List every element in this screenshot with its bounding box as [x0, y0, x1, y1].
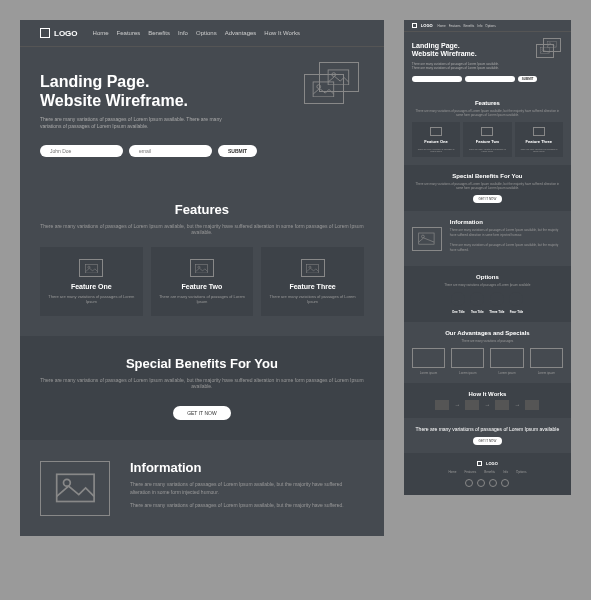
hero: Landing Page.Website Wireframe. There ar…: [20, 47, 384, 182]
cta-button[interactable]: GET IT NOW: [473, 437, 503, 445]
image-placeholder-icon: [412, 227, 442, 251]
footer-logo[interactable]: LOGO: [412, 461, 563, 466]
cta-section: There are many variations of passages of…: [404, 418, 571, 453]
logo[interactable]: LOGO: [412, 23, 433, 28]
arrow-icon: →: [454, 402, 460, 408]
nav-features[interactable]: Features: [117, 30, 141, 36]
features-section: Features There are many variations of pa…: [20, 182, 384, 336]
advantages-section: Our Advantages and Specials There are ma…: [404, 322, 571, 383]
info-paragraph: There are many variations of passages of…: [130, 481, 364, 496]
image-placeholder-icon: [412, 348, 445, 368]
submit-button[interactable]: SUBMIT: [518, 76, 538, 82]
cta-button[interactable]: GET IT NOW: [473, 195, 503, 203]
name-input[interactable]: [412, 76, 462, 82]
step-box: [435, 400, 449, 410]
image-placeholder-icon: [190, 259, 214, 277]
how-it-works-section: How It Works → → →: [404, 383, 571, 418]
feature-card[interactable]: Feature One There are many variations of…: [40, 247, 143, 316]
svg-point-15: [542, 49, 544, 51]
svg-point-3: [317, 84, 321, 88]
social-icons: [412, 479, 563, 487]
submit-button[interactable]: SUBMIT: [218, 145, 257, 157]
information-section: Information There are many variations of…: [20, 440, 384, 536]
circle-icon: [509, 292, 523, 306]
svg-rect-14: [541, 48, 550, 54]
social-icon[interactable]: [465, 479, 473, 487]
navbar: LOGO Home Features Benefits Info Options…: [20, 20, 384, 47]
nav-info[interactable]: Info: [178, 30, 188, 36]
image-placeholder-icon: [430, 127, 442, 136]
option-item[interactable]: One Title: [451, 292, 465, 314]
circle-icon: [470, 292, 484, 306]
feature-card[interactable]: Feature Three There are many variations …: [261, 247, 364, 316]
advantage-item: Lorem ipsum: [412, 348, 445, 375]
image-placeholder-icon: [451, 348, 484, 368]
information-section: InformationThere are many variations of …: [404, 211, 571, 266]
benefits-section: Special Benefits For You There are many …: [404, 165, 571, 211]
options-section: Options There are many variations of pas…: [404, 266, 571, 322]
email-input[interactable]: [129, 145, 212, 157]
feature-title: Feature One: [48, 283, 135, 290]
svg-rect-6: [196, 264, 208, 273]
feature-card[interactable]: Feature ThreeThere are many variations o…: [515, 122, 563, 157]
svg-rect-8: [307, 264, 319, 273]
benefits-section: Special Benefits For You There are many …: [20, 336, 384, 440]
social-icon[interactable]: [489, 479, 497, 487]
name-input[interactable]: [40, 145, 123, 157]
feature-card[interactable]: Feature OneThere are many variations of …: [412, 122, 460, 157]
benefits-cta-button[interactable]: GET IT NOW: [173, 406, 231, 420]
features-section: Features There are many variations of pa…: [404, 92, 571, 165]
svg-rect-4: [85, 264, 97, 273]
nav-links: Home Features Benefits Info Options Adva…: [93, 30, 300, 36]
logo[interactable]: LOGO: [40, 28, 78, 38]
nav-benefits[interactable]: Benefits: [148, 30, 170, 36]
image-placeholder-icon: [40, 461, 110, 516]
nav-home[interactable]: Home: [93, 30, 109, 36]
feature-title: Feature Two: [159, 283, 246, 290]
signup-form: SUBMIT: [40, 145, 364, 157]
info-title: Information: [130, 460, 364, 475]
main-wireframe: LOGO Home Features Benefits Info Options…: [20, 20, 384, 536]
svg-point-9: [309, 266, 311, 268]
social-icon[interactable]: [477, 479, 485, 487]
benefits-subtitle: There are many variations of passages of…: [40, 377, 364, 389]
feature-card[interactable]: Feature TwoThere are many variations of …: [463, 122, 511, 157]
advantage-item: Lorem ipsum: [530, 348, 563, 375]
footer-links: HomeFeaturesBenefitsInfoOptions: [412, 470, 563, 474]
logo-text: LOGO: [54, 29, 78, 38]
email-input[interactable]: [465, 76, 515, 82]
logo-icon: [477, 461, 482, 466]
option-item[interactable]: Two Title: [470, 292, 484, 314]
social-icon[interactable]: [501, 479, 509, 487]
image-placeholder-icon: [79, 259, 103, 277]
logo-icon: [412, 23, 417, 28]
circle-icon: [490, 292, 504, 306]
image-placeholder-icon: [304, 74, 344, 104]
nav-advantages[interactable]: Advantages: [225, 30, 257, 36]
feature-desc: There are many variations of passages of…: [269, 294, 356, 304]
nav-options[interactable]: Options: [196, 30, 217, 36]
step-box: [525, 400, 539, 410]
info-paragraph: There are many variations of passages of…: [130, 502, 364, 510]
hero: Landing Page.Website Wireframe. There ar…: [404, 32, 571, 92]
option-item[interactable]: Four Title: [509, 292, 523, 314]
feature-title: Feature Three: [269, 283, 356, 290]
advantage-item: Lorem ipsum: [451, 348, 484, 375]
svg-point-17: [422, 235, 425, 238]
image-placeholder-icon: [301, 259, 325, 277]
advantage-item: Lorem ipsum: [490, 348, 523, 375]
arrow-icon: →: [514, 402, 520, 408]
footer: LOGO HomeFeaturesBenefitsInfoOptions: [404, 453, 571, 495]
signup-form: SUBMIT: [412, 76, 563, 82]
thumbnail-wireframe: LOGO HomeFeaturesBenefitsInfoOptions Lan…: [404, 20, 571, 495]
option-item[interactable]: Three Title: [489, 292, 504, 314]
svg-point-5: [88, 266, 90, 268]
nav-how[interactable]: How It Works: [264, 30, 300, 36]
image-placeholder-icon: [481, 127, 493, 136]
step-box: [465, 400, 479, 410]
feature-desc: There are many variations of passages of…: [159, 294, 246, 304]
feature-card[interactable]: Feature Two There are many variations of…: [151, 247, 254, 316]
nav-links: HomeFeaturesBenefitsInfoOptions: [438, 24, 496, 28]
image-placeholder-icon: [536, 44, 554, 58]
navbar: LOGO HomeFeaturesBenefitsInfoOptions: [404, 20, 571, 32]
